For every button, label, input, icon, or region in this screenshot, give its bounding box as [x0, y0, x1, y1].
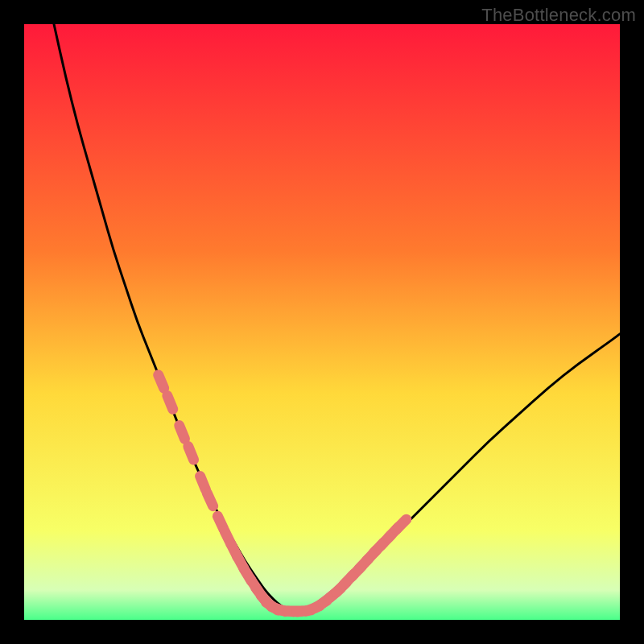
salmon-dash [159, 375, 164, 389]
salmon-dash [188, 447, 194, 460]
salmon-dash [396, 519, 407, 530]
plot-area [24, 24, 620, 620]
chart-svg [24, 24, 620, 620]
gradient-background [24, 24, 620, 620]
salmon-dash [180, 426, 185, 440]
salmon-dash [167, 396, 173, 410]
salmon-dash [207, 493, 213, 506]
watermark-text: TheBottleneck.com [481, 5, 636, 26]
salmon-dash [200, 477, 206, 490]
outer-frame: TheBottleneck.com [0, 0, 644, 644]
